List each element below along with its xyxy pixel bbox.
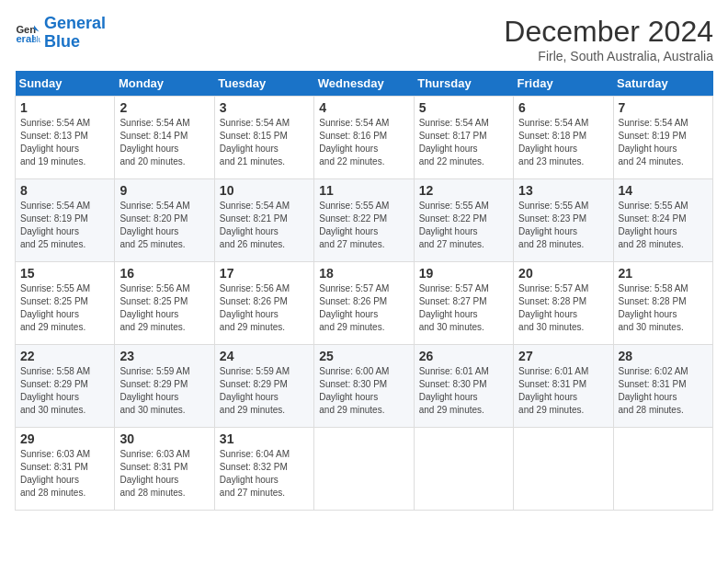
- day-cell-30: 30 Sunrise: 6:03 AM Sunset: 8:31 PM Dayl…: [115, 428, 214, 511]
- header-row: Sunday Monday Tuesday Wednesday Thursday…: [16, 71, 713, 97]
- day-cell-6: 6 Sunrise: 5:54 AM Sunset: 8:18 PM Dayli…: [514, 97, 613, 179]
- day-cell-14: 14 Sunrise: 5:55 AM Sunset: 8:24 PM Dayl…: [613, 179, 712, 262]
- empty-cell: [514, 428, 613, 511]
- day-info: Sunrise: 5:54 AM Sunset: 8:15 PM Dayligh…: [220, 117, 309, 168]
- day-cell-10: 10 Sunrise: 5:54 AM Sunset: 8:21 PM Dayl…: [214, 179, 313, 262]
- day-number: 31: [220, 431, 309, 446]
- day-info: Sunrise: 6:02 AM Sunset: 8:31 PM Dayligh…: [619, 365, 708, 417]
- day-cell-15: 15 Sunrise: 5:55 AM Sunset: 8:25 PM Dayl…: [16, 262, 115, 345]
- day-number: 8: [20, 183, 109, 198]
- day-info: Sunrise: 5:54 AM Sunset: 8:20 PM Dayligh…: [119, 200, 209, 251]
- day-number: 19: [419, 266, 508, 281]
- month-title: December 2024: [504, 15, 713, 49]
- empty-cell: [414, 428, 513, 511]
- day-number: 25: [319, 349, 408, 363]
- calendar-week-5: 29 Sunrise: 6:03 AM Sunset: 8:31 PM Dayl…: [16, 428, 713, 511]
- calendar-table: Sunday Monday Tuesday Wednesday Thursday…: [15, 71, 713, 511]
- day-cell-17: 17 Sunrise: 5:56 AM Sunset: 8:26 PM Dayl…: [214, 262, 313, 345]
- day-cell-27: 27 Sunrise: 6:01 AM Sunset: 8:31 PM Dayl…: [514, 345, 613, 428]
- day-number: 2: [119, 100, 209, 115]
- day-number: 16: [119, 266, 209, 281]
- day-cell-1: 1 Sunrise: 5:54 AM Sunset: 8:13 PM Dayli…: [16, 97, 115, 179]
- day-number: 7: [619, 100, 708, 115]
- day-cell-5: 5 Sunrise: 5:54 AM Sunset: 8:17 PM Dayli…: [414, 97, 513, 179]
- day-cell-21: 21 Sunrise: 5:58 AM Sunset: 8:28 PM Dayl…: [613, 262, 712, 345]
- day-info: Sunrise: 5:57 AM Sunset: 8:26 PM Dayligh…: [319, 282, 408, 334]
- day-cell-29: 29 Sunrise: 6:03 AM Sunset: 8:31 PM Dayl…: [16, 428, 115, 511]
- day-info: Sunrise: 5:56 AM Sunset: 8:26 PM Dayligh…: [220, 282, 309, 334]
- day-cell-3: 3 Sunrise: 5:54 AM Sunset: 8:15 PM Dayli…: [214, 97, 313, 179]
- logo-icon: Gen eral Blue: [15, 20, 40, 46]
- day-cell-8: 8 Sunrise: 5:54 AM Sunset: 8:19 PM Dayli…: [16, 179, 115, 262]
- col-sunday: Sunday: [16, 71, 115, 97]
- day-cell-4: 4 Sunrise: 5:54 AM Sunset: 8:16 PM Dayli…: [314, 97, 414, 179]
- svg-text:Blue: Blue: [31, 35, 40, 44]
- day-cell-16: 16 Sunrise: 5:56 AM Sunset: 8:25 PM Dayl…: [115, 262, 214, 345]
- day-number: 15: [20, 266, 109, 281]
- day-number: 20: [518, 266, 608, 281]
- empty-cell: [613, 428, 712, 511]
- day-info: Sunrise: 5:54 AM Sunset: 8:21 PM Dayligh…: [220, 200, 309, 251]
- calendar-week-3: 15 Sunrise: 5:55 AM Sunset: 8:25 PM Dayl…: [16, 262, 713, 345]
- col-friday: Friday: [514, 71, 613, 97]
- day-cell-28: 28 Sunrise: 6:02 AM Sunset: 8:31 PM Dayl…: [613, 345, 712, 428]
- day-info: Sunrise: 5:54 AM Sunset: 8:18 PM Dayligh…: [518, 117, 608, 168]
- day-info: Sunrise: 5:54 AM Sunset: 8:16 PM Dayligh…: [319, 117, 408, 168]
- day-number: 12: [419, 183, 508, 198]
- day-info: Sunrise: 5:59 AM Sunset: 8:29 PM Dayligh…: [220, 365, 309, 417]
- calendar-week-1: 1 Sunrise: 5:54 AM Sunset: 8:13 PM Dayli…: [16, 97, 713, 179]
- day-cell-11: 11 Sunrise: 5:55 AM Sunset: 8:22 PM Dayl…: [314, 179, 414, 262]
- day-number: 4: [319, 100, 408, 115]
- day-cell-26: 26 Sunrise: 6:01 AM Sunset: 8:30 PM Dayl…: [414, 345, 513, 428]
- day-cell-25: 25 Sunrise: 6:00 AM Sunset: 8:30 PM Dayl…: [314, 345, 414, 428]
- day-number: 11: [319, 183, 408, 198]
- day-number: 10: [220, 183, 309, 198]
- day-number: 9: [119, 183, 209, 198]
- day-number: 5: [419, 100, 508, 115]
- day-cell-2: 2 Sunrise: 5:54 AM Sunset: 8:14 PM Dayli…: [115, 97, 214, 179]
- day-info: Sunrise: 6:01 AM Sunset: 8:30 PM Dayligh…: [419, 365, 508, 417]
- day-cell-20: 20 Sunrise: 5:57 AM Sunset: 8:28 PM Dayl…: [514, 262, 613, 345]
- day-number: 13: [518, 183, 608, 198]
- col-thursday: Thursday: [414, 71, 513, 97]
- col-tuesday: Tuesday: [214, 71, 313, 97]
- day-cell-24: 24 Sunrise: 5:59 AM Sunset: 8:29 PM Dayl…: [214, 345, 313, 428]
- day-number: 3: [220, 100, 309, 115]
- day-info: Sunrise: 5:55 AM Sunset: 8:23 PM Dayligh…: [518, 200, 608, 251]
- day-cell-23: 23 Sunrise: 5:59 AM Sunset: 8:29 PM Dayl…: [115, 345, 214, 428]
- day-number: 28: [619, 349, 708, 363]
- title-area: December 2024 Firle, South Australia, Au…: [504, 15, 713, 63]
- page-header: Gen eral Blue GeneralBlue December 2024 …: [15, 15, 713, 63]
- day-number: 6: [518, 100, 608, 115]
- day-cell-19: 19 Sunrise: 5:57 AM Sunset: 8:27 PM Dayl…: [414, 262, 513, 345]
- day-info: Sunrise: 5:54 AM Sunset: 8:19 PM Dayligh…: [619, 117, 708, 168]
- day-info: Sunrise: 6:00 AM Sunset: 8:30 PM Dayligh…: [319, 365, 408, 417]
- day-cell-13: 13 Sunrise: 5:55 AM Sunset: 8:23 PM Dayl…: [514, 179, 613, 262]
- day-info: Sunrise: 5:55 AM Sunset: 8:22 PM Dayligh…: [319, 200, 408, 251]
- day-info: Sunrise: 5:56 AM Sunset: 8:25 PM Dayligh…: [119, 282, 209, 334]
- day-number: 30: [119, 431, 209, 446]
- day-info: Sunrise: 5:58 AM Sunset: 8:28 PM Dayligh…: [619, 282, 708, 334]
- day-info: Sunrise: 5:59 AM Sunset: 8:29 PM Dayligh…: [119, 365, 209, 417]
- day-number: 27: [518, 349, 608, 363]
- day-info: Sunrise: 5:57 AM Sunset: 8:28 PM Dayligh…: [518, 282, 608, 334]
- day-info: Sunrise: 5:55 AM Sunset: 8:25 PM Dayligh…: [20, 282, 109, 334]
- day-cell-18: 18 Sunrise: 5:57 AM Sunset: 8:26 PM Dayl…: [314, 262, 414, 345]
- calendar-week-2: 8 Sunrise: 5:54 AM Sunset: 8:19 PM Dayli…: [16, 179, 713, 262]
- col-wednesday: Wednesday: [314, 71, 414, 97]
- day-cell-22: 22 Sunrise: 5:58 AM Sunset: 8:29 PM Dayl…: [16, 345, 115, 428]
- day-info: Sunrise: 5:54 AM Sunset: 8:17 PM Dayligh…: [419, 117, 508, 168]
- day-info: Sunrise: 6:03 AM Sunset: 8:31 PM Dayligh…: [119, 448, 209, 500]
- logo-text: GeneralBlue: [44, 15, 106, 52]
- empty-cell: [314, 428, 414, 511]
- day-number: 22: [20, 349, 109, 363]
- location: Firle, South Australia, Australia: [504, 49, 713, 63]
- col-saturday: Saturday: [613, 71, 712, 97]
- logo: Gen eral Blue GeneralBlue: [15, 15, 106, 52]
- day-number: 17: [220, 266, 309, 281]
- day-number: 18: [319, 266, 408, 281]
- day-cell-7: 7 Sunrise: 5:54 AM Sunset: 8:19 PM Dayli…: [613, 97, 712, 179]
- day-info: Sunrise: 5:54 AM Sunset: 8:13 PM Dayligh…: [20, 117, 109, 168]
- day-number: 26: [419, 349, 508, 363]
- day-cell-31: 31 Sunrise: 6:04 AM Sunset: 8:32 PM Dayl…: [214, 428, 313, 511]
